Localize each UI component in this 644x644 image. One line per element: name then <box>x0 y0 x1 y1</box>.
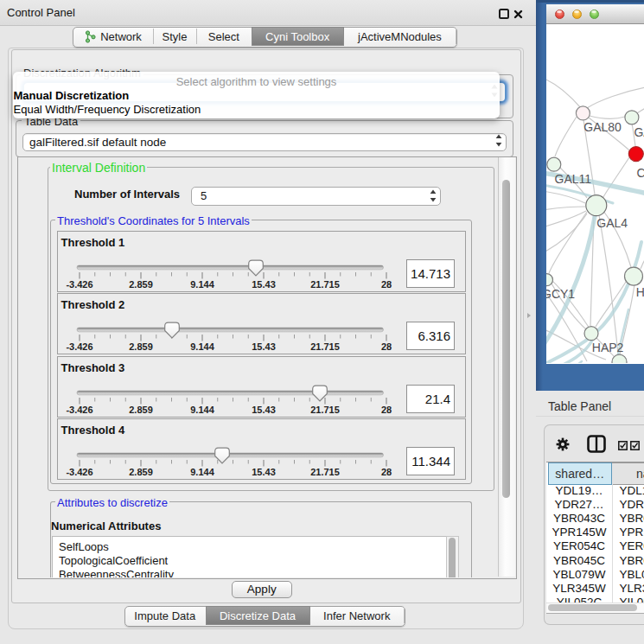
svg-text:21.715: 21.715 <box>310 279 340 290</box>
svg-text:-3.426: -3.426 <box>66 279 92 290</box>
svg-text:2.859: 2.859 <box>129 341 153 352</box>
svg-text:15.43: 15.43 <box>252 467 276 477</box>
svg-text:9.144: 9.144 <box>190 279 214 290</box>
svg-text:GA: GA <box>634 125 644 139</box>
svg-text:28: 28 <box>381 279 392 290</box>
svg-text:21.715: 21.715 <box>310 467 340 477</box>
svg-text:28: 28 <box>381 467 392 477</box>
svg-text:-3.426: -3.426 <box>66 405 92 415</box>
svg-text:15.43: 15.43 <box>252 341 276 352</box>
svg-text:9.144: 9.144 <box>190 405 214 415</box>
svg-text:H: H <box>636 285 644 299</box>
svg-text:GAL11: GAL11 <box>555 172 592 186</box>
svg-text:9.144: 9.144 <box>190 467 214 477</box>
svg-text:GAL4: GAL4 <box>596 216 628 230</box>
svg-text:28: 28 <box>381 405 392 415</box>
svg-text:HAP2: HAP2 <box>592 341 624 354</box>
svg-text:GAL80: GAL80 <box>583 120 622 134</box>
svg-text:15.43: 15.43 <box>252 279 276 290</box>
svg-text:2.859: 2.859 <box>129 405 153 415</box>
svg-text:GCY1: GCY1 <box>546 287 575 301</box>
svg-text:-3.426: -3.426 <box>66 467 92 477</box>
svg-text:9.144: 9.144 <box>190 341 214 352</box>
svg-text:-3.426: -3.426 <box>66 341 92 352</box>
svg-text:CD: CD <box>637 166 644 180</box>
svg-text:2.859: 2.859 <box>129 279 153 290</box>
svg-text:15.43: 15.43 <box>252 405 276 415</box>
svg-text:21.715: 21.715 <box>310 405 340 415</box>
svg-text:21.715: 21.715 <box>310 341 340 352</box>
svg-text:2.859: 2.859 <box>129 467 153 477</box>
svg-text:28: 28 <box>381 341 392 352</box>
